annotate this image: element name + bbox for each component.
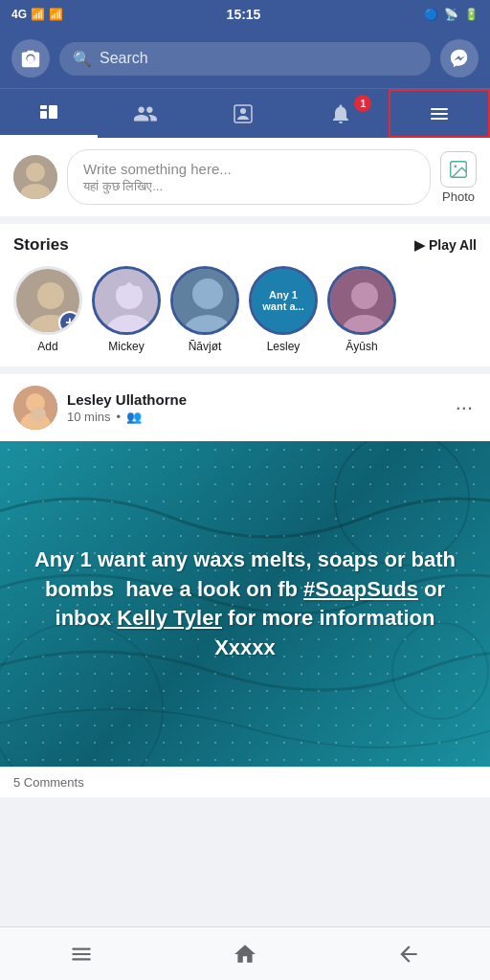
story-lesley[interactable]: Any 1 want a... Lesley xyxy=(249,266,318,353)
svg-rect-36 xyxy=(73,947,92,949)
messenger-button[interactable] xyxy=(440,39,479,78)
svg-rect-8 xyxy=(431,118,448,120)
bottom-back-icon xyxy=(396,942,421,967)
svg-rect-38 xyxy=(73,958,92,960)
post-image-text: Any 1 want any waxs melts, soaps or bath… xyxy=(0,526,490,682)
post-avatar-image xyxy=(13,386,57,430)
story-label-navjot: Ñāvjøt xyxy=(189,340,222,353)
notifications-nav-icon xyxy=(329,102,352,125)
post-audience-icon: 👥 xyxy=(126,410,142,424)
story-label-mickey: Mickey xyxy=(108,340,144,353)
avatar-image xyxy=(13,155,57,199)
add-story-circle: + xyxy=(13,266,82,335)
search-icon: 🔍 xyxy=(73,50,92,68)
svg-point-18 xyxy=(116,282,143,309)
tab-home[interactable] xyxy=(0,89,98,138)
bottom-nav-back[interactable] xyxy=(380,935,437,973)
wifi-icon: 📡 xyxy=(444,8,458,21)
stories-title: Stories xyxy=(13,235,69,255)
play-all-button[interactable]: ▶ Play All xyxy=(414,237,477,253)
post-image: Any 1 want any waxs melts, soaps or bath… xyxy=(0,441,490,767)
status-time: 15:15 xyxy=(227,7,261,22)
play-icon: ▶ xyxy=(414,237,425,253)
header-bar: 🔍 Search xyxy=(0,29,490,88)
story-mickey[interactable]: Mickey xyxy=(92,266,161,353)
tab-friends[interactable] xyxy=(98,89,195,138)
svg-point-27 xyxy=(351,282,378,309)
svg-point-23 xyxy=(192,278,223,309)
svg-point-32 xyxy=(31,407,46,422)
post-separator: • xyxy=(117,410,122,424)
composer-placeholder-1: Write something here... xyxy=(83,160,414,179)
svg-rect-6 xyxy=(431,108,448,110)
search-placeholder: Search xyxy=(100,50,148,67)
story-overlay-lesley: Any 1 want a... xyxy=(252,269,315,332)
post-card: Lesley Ullathorne 10 mins • 👥 ··· Any 1 … xyxy=(0,374,490,805)
post-header: Lesley Ullathorne 10 mins • 👥 ··· xyxy=(0,374,490,441)
nav-tabs: 1 xyxy=(0,88,490,138)
story-ayush[interactable]: Āyûsh xyxy=(327,266,396,353)
bottom-nav-menu[interactable] xyxy=(53,935,110,973)
bottom-home-icon xyxy=(233,942,257,967)
post-composer: Write something here... यहां कुछ लिखिए..… xyxy=(0,138,490,224)
post-user-avatar xyxy=(13,386,57,430)
tab-notifications[interactable]: 1 xyxy=(292,89,390,138)
bottom-menu-icon xyxy=(69,942,94,967)
bluetooth-icon: 🔵 xyxy=(424,8,438,21)
story-add[interactable]: + Add xyxy=(13,266,82,353)
composer-input[interactable]: Write something here... यहां कुछ लिखिए..… xyxy=(67,149,431,205)
photo-label: Photo xyxy=(442,189,475,204)
post-comments-bar[interactable]: 5 Comments xyxy=(0,767,490,797)
status-signal: 4G 📶 📶 xyxy=(11,8,63,21)
svg-point-20 xyxy=(114,271,129,286)
comments-count: 5 Comments xyxy=(13,775,84,790)
friends-nav-icon xyxy=(133,101,158,126)
bottom-nav xyxy=(0,926,490,980)
status-bar: 4G 📶 📶 15:15 🔵 📡 🔋 xyxy=(0,0,490,29)
menu-nav-icon xyxy=(428,102,451,125)
navjot-avatar xyxy=(173,269,239,335)
post-time: 10 mins xyxy=(67,410,111,424)
svg-point-10 xyxy=(26,163,45,182)
messenger-icon xyxy=(449,48,470,69)
status-icons: 🔵 📡 🔋 xyxy=(424,8,479,21)
story-circle-navjot xyxy=(170,266,239,335)
post-user-info: Lesley Ullathorne 10 mins • 👥 xyxy=(67,391,442,424)
photo-button[interactable]: Photo xyxy=(440,151,477,204)
search-bar[interactable]: 🔍 Search xyxy=(59,42,431,76)
battery-icon: 🔋 xyxy=(464,8,479,21)
story-label-lesley: Lesley xyxy=(267,340,301,353)
svg-point-21 xyxy=(129,271,145,286)
post-username: Lesley Ullathorne xyxy=(67,391,442,408)
story-circle-mickey xyxy=(92,266,161,335)
story-navjot[interactable]: Ñāvjøt xyxy=(170,266,239,353)
mickey-avatar xyxy=(95,269,161,335)
profile-nav-icon xyxy=(232,102,255,125)
svg-point-0 xyxy=(27,56,33,62)
tab-menu[interactable] xyxy=(389,89,490,138)
post-more-button[interactable]: ··· xyxy=(452,391,477,424)
stories-header: Stories ▶ Play All xyxy=(13,235,477,255)
tab-profile[interactable] xyxy=(194,89,292,138)
stories-row: + Add Mickey xyxy=(13,266,477,361)
ayush-avatar xyxy=(330,269,396,335)
svg-rect-1 xyxy=(40,105,47,109)
composer-placeholder-2: यहां कुछ लिखिए... xyxy=(83,179,414,195)
play-all-label: Play All xyxy=(429,237,477,253)
svg-rect-7 xyxy=(431,113,448,115)
story-label-ayush: Āyûsh xyxy=(345,340,377,353)
notification-badge: 1 xyxy=(354,95,371,112)
svg-rect-3 xyxy=(49,105,57,119)
svg-rect-2 xyxy=(40,111,47,119)
svg-point-13 xyxy=(454,165,457,167)
svg-point-5 xyxy=(240,108,246,114)
story-circle-lesley: Any 1 want a... xyxy=(249,266,318,335)
add-story-btn: + xyxy=(58,311,81,334)
user-avatar xyxy=(13,155,57,199)
svg-rect-37 xyxy=(73,952,92,954)
camera-button[interactable] xyxy=(11,39,50,78)
photo-icon xyxy=(440,151,477,188)
story-add-label: Add xyxy=(37,340,57,353)
stories-section: Stories ▶ Play All + Add xyxy=(0,224,490,374)
bottom-nav-home[interactable] xyxy=(216,935,274,973)
